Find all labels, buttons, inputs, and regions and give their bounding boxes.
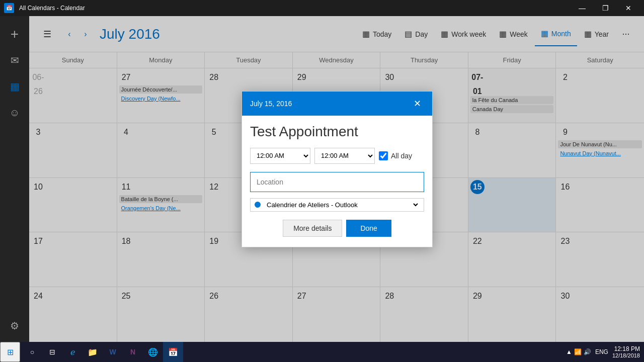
modal-close-button[interactable]: ✕: [410, 97, 424, 111]
taskbar-taskview[interactable]: ⊟: [42, 342, 62, 362]
chrome-icon: 🌐: [148, 347, 158, 357]
restore-button[interactable]: ❐: [594, 0, 617, 16]
taskbar-right: ▲ 📶 🔊 ENG 12:18 PM 12/18/2018: [566, 345, 644, 358]
taskbar: ⊞ ○ ⊟ ℯ 📁 W N 🌐 📅: [0, 342, 644, 362]
title-bar-icon: 📅: [4, 3, 14, 13]
calendar-select-row: Calendrier de Ateliers - Outlook: [250, 198, 424, 212]
title-bar-title: All Calendars - Calendar: [17, 5, 571, 12]
ie-icon: ℯ: [70, 347, 75, 357]
network-icon[interactable]: 📶: [574, 348, 582, 355]
location-input[interactable]: [250, 172, 424, 192]
modal-header: July 15, 2016 ✕: [242, 92, 432, 116]
taskbar-chrome[interactable]: 🌐: [143, 342, 163, 362]
volume-icon[interactable]: 🔊: [584, 348, 591, 355]
word-icon: W: [109, 348, 116, 356]
taskview-icon: ⊟: [49, 348, 55, 356]
system-tray-icons: ▲ 📶 🔊: [566, 348, 591, 355]
taskbar-clock[interactable]: 12:18 PM 12/18/2018: [612, 345, 640, 358]
search-icon: ○: [30, 348, 34, 356]
modal-actions: More details Done: [250, 220, 424, 239]
modal-event-title: Test Appointment: [250, 124, 424, 140]
up-arrow-icon[interactable]: ▲: [566, 348, 572, 355]
title-bar-controls: — ❐ ✕: [571, 0, 640, 16]
taskbar-word[interactable]: W: [103, 342, 123, 362]
clock-time: 12:18 PM: [612, 345, 640, 352]
taskbar-pinned-icons: ○ ⊟ ℯ 📁 W N 🌐 📅: [22, 342, 183, 362]
calendar-color-dot: [255, 202, 261, 208]
taskbar-explorer[interactable]: 📁: [83, 342, 103, 362]
start-button[interactable]: ⊞: [0, 342, 20, 362]
minimize-button[interactable]: —: [571, 0, 594, 16]
taskbar-onenote[interactable]: N: [123, 342, 143, 362]
modal-overlay: July 15, 2016 ✕ Test Appointment 12:00 A…: [0, 16, 644, 342]
language-indicator: ENG: [595, 348, 608, 355]
title-bar: 📅 All Calendars - Calendar — ❐ ✕: [0, 0, 644, 16]
taskbar-search[interactable]: ○: [22, 342, 42, 362]
start-time-select[interactable]: 12:00 AM: [250, 148, 310, 164]
modal-header-date: July 15, 2016: [250, 100, 292, 108]
modal-body: Test Appointment 12:00 AM 12:00 AM All d…: [242, 116, 432, 247]
end-time-select[interactable]: 12:00 AM: [314, 148, 375, 164]
appointment-modal: July 15, 2016 ✕ Test Appointment 12:00 A…: [242, 91, 433, 247]
taskbar-calendar-app[interactable]: 📅: [163, 342, 183, 362]
allday-label: All day: [391, 152, 412, 160]
allday-row: All day: [379, 151, 412, 160]
windows-logo: ⊞: [7, 347, 14, 357]
onenote-icon: N: [130, 348, 135, 356]
modal-time-row: 12:00 AM 12:00 AM All day: [250, 148, 424, 164]
calendar-app-icon: 📅: [168, 347, 178, 357]
taskbar-ie[interactable]: ℯ: [62, 342, 83, 362]
allday-checkbox[interactable]: [379, 151, 388, 160]
explorer-icon: 📁: [88, 347, 98, 357]
more-details-button[interactable]: More details: [283, 220, 342, 237]
calendar-select[interactable]: Calendrier de Ateliers - Outlook: [265, 201, 420, 209]
done-button[interactable]: Done: [346, 220, 391, 237]
close-button[interactable]: ✕: [617, 0, 640, 16]
clock-date: 12/18/2018: [612, 352, 640, 358]
